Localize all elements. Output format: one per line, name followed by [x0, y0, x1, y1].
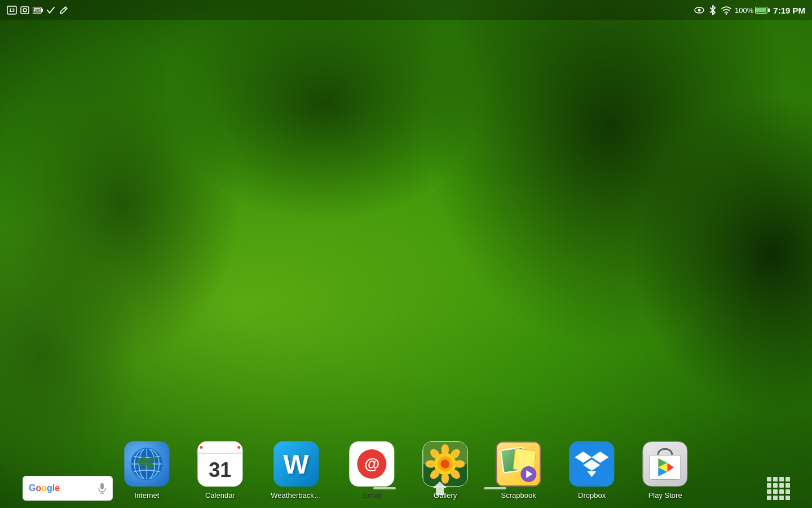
svg-point-20	[147, 463, 153, 468]
bag-handle	[657, 448, 673, 455]
grid-dot-8	[785, 483, 790, 488]
grid-dot-10	[773, 489, 778, 494]
recent-button[interactable]	[484, 487, 506, 489]
svg-rect-44	[100, 483, 104, 489]
cal-dot-right	[237, 446, 240, 449]
battery-fill	[756, 8, 766, 12]
grid-dot-5	[767, 483, 771, 488]
status-bar: 13 100	[0, 0, 812, 20]
home-icon-svg	[431, 480, 448, 497]
google-logo: Google	[29, 483, 60, 493]
grid-dot-15	[779, 496, 784, 500]
nav-controls	[373, 478, 506, 498]
cal-dot-left	[200, 446, 202, 449]
battery-bar-icon	[755, 7, 767, 14]
svg-point-11	[726, 13, 727, 15]
grid-dot-4	[785, 477, 790, 481]
google-search-bar[interactable]: Google	[23, 476, 113, 501]
svg-point-32	[426, 460, 437, 468]
grid-dot-12	[785, 489, 790, 494]
svg-point-3	[23, 8, 27, 12]
status-time: 7:19 PM	[773, 6, 805, 15]
grid-dot-16	[785, 496, 790, 500]
eye-icon	[694, 5, 704, 15]
bluetooth-icon	[708, 5, 718, 15]
mic-icon	[98, 483, 107, 494]
home-button[interactable]	[430, 478, 450, 498]
status-right-icons: 100% 7:19 PM	[694, 5, 805, 15]
back-button[interactable]	[373, 487, 396, 489]
grid-dot-3	[779, 477, 784, 481]
grid-dot-6	[773, 483, 778, 488]
svg-text:13: 13	[9, 7, 15, 13]
status-left-icons: 13 100	[7, 5, 69, 15]
svg-point-10	[698, 9, 701, 12]
grid-dot-13	[767, 496, 771, 500]
bottom-nav-bar: Google	[0, 468, 812, 508]
grid-dot-11	[779, 489, 784, 494]
svg-rect-6	[41, 8, 43, 11]
grid-dot-1	[767, 477, 771, 481]
battery-small-icon: 100	[33, 5, 43, 15]
svg-rect-2	[21, 7, 29, 14]
svg-text:100: 100	[34, 8, 40, 12]
grid-dot-14	[773, 496, 778, 500]
all-apps-button[interactable]	[767, 477, 789, 500]
grid-dot-2	[773, 477, 778, 481]
checkmark-icon	[46, 5, 56, 15]
svg-point-35	[441, 459, 450, 468]
svg-line-8	[64, 8, 66, 10]
screenshot-icon	[20, 5, 30, 15]
leaf-overlay	[0, 0, 812, 508]
battery-indicator: 100%	[735, 6, 767, 15]
edit-icon	[59, 5, 69, 15]
calendar-header	[197, 441, 242, 454]
grid-dot-7	[779, 483, 784, 488]
notification-badge: 13	[7, 5, 17, 15]
battery-percent-label: 100%	[735, 6, 753, 15]
wifi-icon	[721, 5, 731, 15]
svg-point-26	[442, 444, 449, 456]
grid-dot-9	[767, 489, 771, 494]
svg-marker-47	[433, 481, 447, 495]
svg-point-21	[148, 457, 156, 462]
svg-point-28	[454, 460, 465, 468]
